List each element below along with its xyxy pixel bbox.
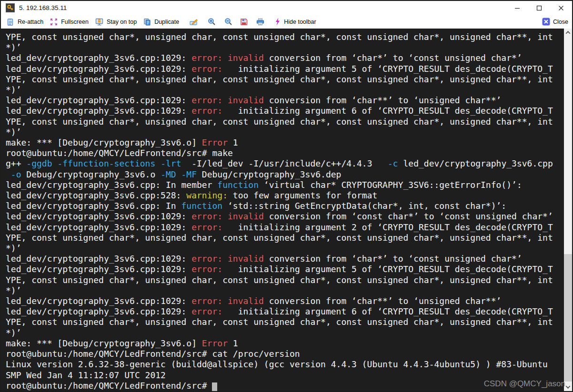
terminal-line: led_dev/cryptography_3sv6.cpp:528: warni… bbox=[6, 190, 564, 201]
reattach-label: Re-attach bbox=[18, 19, 43, 25]
terminal-line: led_dev/cryptography_3sv6.cpp:1029: erro… bbox=[6, 264, 564, 274]
terminal-line: YPE, const unsigned char*, unsigned char… bbox=[6, 32, 564, 42]
hide-toolbar-button[interactable]: Hide toolbar bbox=[275, 18, 316, 26]
terminal-line: *)’ bbox=[6, 328, 564, 338]
terminal-line: -o Debug/cryptography_3sv6.o -MD -MF Deb… bbox=[6, 169, 564, 180]
terminal-line: SMP Wed Jan 4 11:12:07 UTC 2012 bbox=[6, 370, 564, 381]
terminal-line: led_dev/cryptography_3sv6.cpp:1029: erro… bbox=[6, 254, 564, 264]
terminal-line: *)’ bbox=[6, 243, 564, 254]
terminal-line: *)’ bbox=[6, 42, 564, 53]
terminal-line: YPE, const unsigned char*, unsigned char… bbox=[6, 74, 564, 85]
duplicate-label: Duplicate bbox=[154, 19, 179, 25]
close-session-button[interactable]: Close bbox=[542, 18, 568, 26]
hide-toolbar-label: Hide toolbar bbox=[284, 19, 316, 25]
fullscreen-button[interactable]: Fullscreen bbox=[50, 18, 89, 26]
remote-terminal-window: 5. 192.168.35.11 bbox=[0, 0, 573, 392]
terminal-line: make: *** [Debug/cryptography_3sv6.o] Er… bbox=[6, 137, 564, 148]
reattach-button[interactable]: Re-attach bbox=[7, 18, 43, 26]
zoom-in-button[interactable] bbox=[208, 18, 216, 26]
session-key-icon bbox=[6, 3, 15, 12]
terminal-line: led_dev/cryptography_3sv6.cpp: In member… bbox=[6, 180, 564, 190]
toolbar: Re-attach Fullscreen bbox=[1, 15, 572, 29]
edit-icon bbox=[190, 18, 198, 26]
close-session-icon bbox=[542, 18, 550, 26]
terminal-line: YPE, const unsigned char*, unsigned char… bbox=[6, 233, 564, 243]
terminal-cursor bbox=[212, 382, 217, 391]
lightning-icon bbox=[275, 18, 281, 26]
zoom-in-icon bbox=[208, 18, 216, 26]
terminal-line: root@ubuntu:/home/QMCY/LedFrontend/src# bbox=[6, 381, 564, 391]
maximize-button[interactable] bbox=[528, 1, 550, 15]
duplicate-button[interactable]: Duplicate bbox=[143, 18, 179, 26]
window-title: 5. 192.168.35.11 bbox=[19, 4, 506, 11]
stay-on-top-label: Stay on top bbox=[107, 19, 137, 25]
zoom-out-icon bbox=[224, 18, 232, 26]
terminal-line: led_dev/cryptography_3sv6.cpp: In functi… bbox=[6, 201, 564, 211]
titlebar: 5. 192.168.35.11 bbox=[1, 1, 572, 15]
terminal-line: led_dev/cryptography_3sv6.cpp:1029: erro… bbox=[6, 53, 564, 63]
terminal-line: YPE, const unsigned char*, unsigned char… bbox=[6, 117, 564, 127]
terminal-line: led_dev/cryptography_3sv6.cpp:1029: erro… bbox=[6, 95, 564, 106]
terminal-line: root@ubuntu:/home/QMCY/LedFrontend/src# … bbox=[6, 349, 564, 359]
close-session-label: Close bbox=[553, 19, 568, 25]
fullscreen-label: Fullscreen bbox=[61, 19, 89, 25]
zoom-out-button[interactable] bbox=[224, 18, 232, 26]
scrollbar-up-arrow-icon[interactable] bbox=[564, 29, 572, 37]
duplicate-icon bbox=[143, 18, 151, 26]
stay-on-top-icon bbox=[95, 18, 103, 26]
window-controls bbox=[506, 1, 572, 15]
terminal-line: led_dev/cryptography_3sv6.cpp:1029: erro… bbox=[6, 211, 564, 222]
terminal-line: g++ -ggdb -ffunction-sections -lrt -I/le… bbox=[6, 158, 564, 169]
print-button[interactable] bbox=[256, 18, 264, 26]
terminal-line: make: *** [Debug/cryptography_3sv6.o] Er… bbox=[6, 338, 564, 349]
terminal-line: led_dev/cryptography_3sv6.cpp:1029: erro… bbox=[6, 64, 564, 74]
terminal-line: root@ubuntu:/home/QMCY/LedFrontend/src# … bbox=[6, 148, 564, 158]
scrollbar-down-arrow-icon[interactable] bbox=[564, 383, 572, 391]
stay-on-top-button[interactable]: Stay on top bbox=[95, 18, 137, 26]
minimize-button[interactable] bbox=[506, 1, 528, 15]
terminal-line: led_dev/cryptography_3sv6.cpp:1029: erro… bbox=[6, 106, 564, 116]
terminal-line: YPE, const unsigned char*, unsigned char… bbox=[6, 275, 564, 285]
reattach-icon bbox=[7, 18, 14, 26]
terminal-line: *)’ bbox=[6, 285, 564, 296]
scrollbar-thumb[interactable] bbox=[564, 254, 572, 382]
edit-button[interactable] bbox=[190, 18, 198, 26]
terminal-line: led_dev/cryptography_3sv6.cpp:1029: erro… bbox=[6, 306, 564, 317]
terminal-line: led_dev/cryptography_3sv6.cpp:1029: erro… bbox=[6, 222, 564, 233]
save-button[interactable] bbox=[240, 18, 248, 26]
print-icon bbox=[256, 18, 264, 26]
terminal-scrollbar[interactable] bbox=[564, 29, 572, 391]
close-window-button[interactable] bbox=[550, 1, 572, 15]
terminal-line: led_dev/cryptography_3sv6.cpp:1029: erro… bbox=[6, 296, 564, 306]
terminal-line: Linux version 2.6.32-38-generic (buildd@… bbox=[6, 359, 564, 370]
terminal-line: *)’ bbox=[6, 127, 564, 137]
save-icon bbox=[240, 18, 248, 26]
terminal-line: YPE, const unsigned char*, unsigned char… bbox=[6, 317, 564, 327]
terminal-line: *)’ bbox=[6, 85, 564, 95]
terminal-area: YPE, const unsigned char*, unsigned char… bbox=[1, 29, 572, 391]
fullscreen-icon bbox=[50, 18, 58, 26]
terminal-output[interactable]: YPE, const unsigned char*, unsigned char… bbox=[1, 29, 564, 391]
